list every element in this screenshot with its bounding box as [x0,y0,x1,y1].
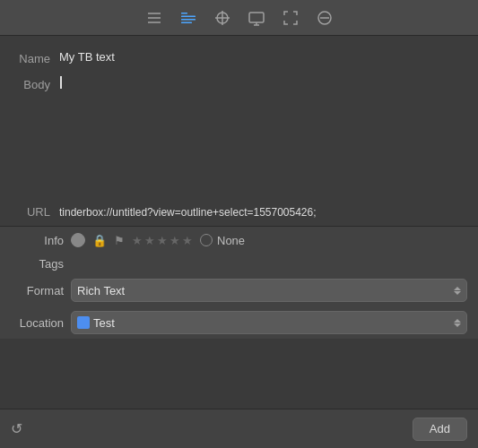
body-input[interactable] [59,76,464,184]
no-entry-icon[interactable] [316,9,334,27]
arrow-up-icon [454,287,461,290]
location-row: Location Test [0,306,478,339]
add-button[interactable]: Add [413,418,467,441]
info-circle-btn[interactable] [71,233,85,247]
format-row: Format Rich Text [0,274,478,306]
toolbar [0,0,478,36]
bottom-bar: ↺ Add [0,409,478,448]
location-arrows [454,319,461,327]
star-4[interactable]: ★ [169,234,180,247]
info-row: Info 🔒 ⚑ ★ ★ ★ ★ ★ None [0,227,478,254]
tags-label: Tags [14,257,64,271]
location-arrow-down-icon [454,323,461,327]
star-1[interactable]: ★ [132,234,143,247]
star-5[interactable]: ★ [182,234,193,247]
body-label: Body [14,76,59,91]
format-arrows [454,287,461,295]
flag-icon[interactable]: ⚑ [114,234,125,247]
url-value[interactable]: tinderbox://untitled?view=outline+select… [59,206,464,219]
editor-area: Name My TB text Body [0,36,478,198]
info-label: Info [14,234,64,247]
svg-rect-10 [249,13,264,22]
location-arrow-up-icon [454,319,461,323]
star-3[interactable]: ★ [157,234,168,247]
svg-rect-4 [181,15,196,17]
fullscreen-icon[interactable] [282,9,300,27]
star-rating[interactable]: ★ ★ ★ ★ ★ [132,234,193,247]
arrow-down-icon [454,291,461,295]
crosshair-icon[interactable] [213,9,231,27]
svg-rect-6 [181,22,192,23]
name-label: Name [14,50,59,65]
location-value: Test [93,316,115,330]
star-2[interactable]: ★ [144,234,155,247]
lock-icon[interactable]: 🔒 [92,234,107,247]
location-inner: Test [77,316,454,330]
refresh-icon[interactable]: ↺ [11,420,22,437]
tags-row: Tags [0,254,478,274]
hamburger-icon[interactable] [145,9,163,27]
url-label: URL [14,205,59,219]
name-value[interactable]: My TB text [59,50,464,64]
location-label: Location [14,316,64,330]
format-select[interactable]: Rich Text [71,279,467,302]
format-label: Format [14,284,64,297]
body-field-row: Body [14,71,464,189]
monitor-icon[interactable] [248,9,265,27]
url-bar: URL tinderbox://untitled?view=outline+se… [0,198,478,227]
svg-rect-3 [181,13,187,14]
format-value: Rich Text [77,284,125,297]
none-radio[interactable]: None [200,234,245,247]
none-label: None [217,234,245,247]
none-radio-circle[interactable] [200,234,213,246]
location-select[interactable]: Test [71,311,467,334]
name-field-row: Name My TB text [14,45,464,71]
info-panel: Info 🔒 ⚑ ★ ★ ★ ★ ★ None Tags Format Rich… [0,227,478,339]
location-color-swatch [77,316,90,329]
svg-rect-5 [181,19,196,21]
text-lines-icon[interactable] [179,9,197,27]
text-cursor [60,76,62,89]
